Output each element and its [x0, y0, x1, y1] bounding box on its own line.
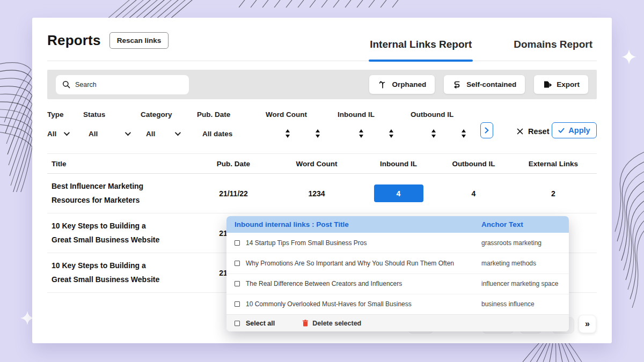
- chevron-right-icon: [484, 127, 489, 134]
- report-tabs: Internal Links Report Domains Report: [370, 39, 597, 61]
- reports-panel: Reports Rescan links Internal Links Repo…: [32, 18, 612, 343]
- inbound-link-row: Why Promotions Are So Important and Why …: [226, 253, 569, 274]
- anchor-text: influencer marketing space: [481, 280, 561, 287]
- x-icon: [517, 128, 523, 135]
- sparkle-icon: [621, 49, 636, 64]
- table-header: Title Pub. Date Word Count Inbound IL Ou…: [47, 153, 597, 174]
- post-title-link[interactable]: 10 Key Steps to Building a Great Small B…: [52, 219, 167, 246]
- status-dropdown[interactable]: All: [89, 129, 129, 138]
- search-input[interactable]: [75, 81, 182, 88]
- inbound-links-popup: Inbound internal links : Post Title Anch…: [226, 216, 569, 331]
- inbound-link-row: 10 Commonly Overlooked Must-Haves for Sm…: [226, 294, 569, 314]
- row-checkbox[interactable]: [235, 281, 240, 286]
- inbound-link-row: 14 Startup Tips From Small Business Pros…: [226, 233, 569, 253]
- s-arrow-icon: [452, 80, 462, 89]
- left-waves-decoration: [0, 58, 33, 192]
- filter-pub-date: Pub. Date All dates: [197, 110, 266, 138]
- pub-date-value: 21/11/22: [193, 189, 274, 198]
- inbound-il-min-stepper[interactable]: [359, 129, 363, 138]
- outbound-il-min-stepper[interactable]: [431, 129, 436, 138]
- filter-outbound-il: Outbound IL: [411, 110, 480, 138]
- branch-arrow-icon: [378, 80, 387, 89]
- filter-type: Type All: [47, 110, 83, 138]
- inbound-post-title[interactable]: 10 Commonly Overlooked Must-Haves for Sm…: [246, 300, 412, 308]
- column-title[interactable]: Title: [47, 160, 193, 168]
- post-title-link[interactable]: Best Influencer Marketing Resources for …: [52, 180, 167, 206]
- popup-anchor-column-label: Anchor Text: [481, 220, 561, 228]
- inbound-il-badge-selected[interactable]: 4: [374, 184, 423, 202]
- outbound-il-max-stepper[interactable]: [462, 129, 466, 138]
- export-button[interactable]: Export: [534, 75, 588, 94]
- select-all-checkbox[interactable]: [235, 321, 240, 326]
- post-title-link[interactable]: 10 Key Steps to Building a Great Small B…: [52, 259, 167, 286]
- row-checkbox[interactable]: [235, 301, 240, 307]
- column-inbound-il[interactable]: Inbound IL: [360, 160, 437, 168]
- anchor-text: marketing methods: [481, 260, 561, 267]
- filters-bar: Type All Status All Category All Pub. Da…: [47, 110, 597, 138]
- panel-header: Reports Rescan links Internal Links Repo…: [47, 18, 597, 61]
- rescan-links-button[interactable]: Rescan links: [109, 32, 169, 49]
- word-count-value: 1234: [274, 189, 360, 198]
- self-contained-button[interactable]: Self-contained: [444, 75, 525, 94]
- column-external-links[interactable]: External Links: [510, 160, 597, 168]
- chevron-down-icon: [64, 130, 70, 136]
- column-pub-date[interactable]: Pub. Date: [193, 160, 274, 168]
- pub-date-dropdown[interactable]: All dates: [202, 129, 266, 138]
- tab-internal-links-report[interactable]: Internal Links Report: [370, 39, 472, 61]
- table-row: Best Influencer Marketing Resources for …: [47, 174, 597, 213]
- next-page-button[interactable]: »: [579, 315, 596, 333]
- popup-header: Inbound internal links : Post Title Anch…: [226, 216, 569, 233]
- tab-domains-report[interactable]: Domains Report: [514, 39, 592, 61]
- right-waves-decoration: [613, 151, 644, 308]
- delete-selected-button[interactable]: Delete selected: [302, 320, 361, 327]
- category-dropdown[interactable]: All: [146, 129, 179, 138]
- trash-icon: [302, 320, 309, 327]
- popup-title: Inbound internal links : Post Title: [235, 220, 481, 228]
- row-checkbox[interactable]: [235, 261, 240, 266]
- popup-footer: Select all Delete selected: [226, 314, 569, 331]
- inbound-post-title[interactable]: 14 Startup Tips From Small Business Pros: [246, 239, 367, 247]
- column-word-count[interactable]: Word Count: [274, 160, 360, 168]
- filter-status: Status All: [83, 110, 141, 138]
- search-box[interactable]: [56, 75, 189, 94]
- export-icon: [543, 80, 552, 89]
- inbound-il-max-stepper[interactable]: [389, 129, 393, 138]
- inbound-link-row: The Real Difference Between Creators and…: [226, 274, 569, 294]
- tick-lines-decoration: [239, 0, 405, 8]
- word-count-max-stepper[interactable]: [316, 129, 320, 138]
- external-links-value[interactable]: 2: [510, 189, 597, 198]
- column-outbound-il[interactable]: Outbound IL: [437, 160, 510, 168]
- anchor-text: business influence: [481, 300, 561, 308]
- filter-inbound-il: Inbound IL: [338, 110, 411, 138]
- chevron-down-icon: [125, 130, 131, 136]
- more-filters-button[interactable]: [480, 122, 493, 138]
- chevron-down-icon: [175, 130, 181, 136]
- word-count-min-stepper[interactable]: [286, 129, 290, 138]
- reset-button[interactable]: Reset: [517, 127, 550, 136]
- filter-category: Category All: [141, 110, 197, 138]
- inbound-post-title[interactable]: The Real Difference Between Creators and…: [246, 280, 402, 287]
- row-checkbox[interactable]: [235, 240, 240, 246]
- filter-word-count: Word Count: [266, 110, 338, 138]
- select-all-label: Select all: [246, 320, 275, 327]
- orphaned-button[interactable]: Orphaned: [369, 75, 435, 94]
- anchor-text: grassroots marketing: [481, 239, 561, 247]
- search-icon: [62, 80, 70, 88]
- page-title: Reports: [47, 32, 101, 49]
- apply-button[interactable]: Apply: [552, 122, 597, 138]
- inbound-post-title[interactable]: Why Promotions Are So Important and Why …: [246, 260, 454, 267]
- toolbar: Orphaned Self-contained: [47, 70, 597, 99]
- outbound-il-value[interactable]: 4: [437, 189, 510, 198]
- type-dropdown[interactable]: All: [47, 129, 83, 138]
- check-icon: [558, 128, 565, 134]
